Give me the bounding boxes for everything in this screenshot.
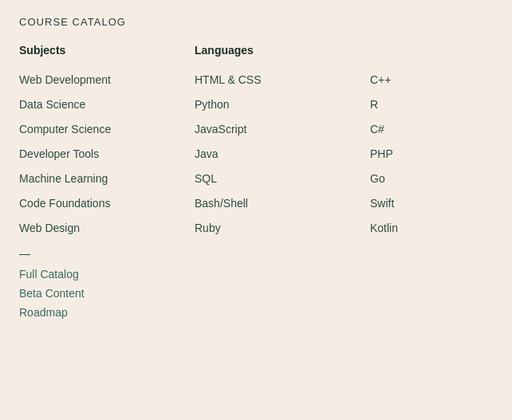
page-title: COURSE CATALOG [19, 16, 493, 28]
language-python[interactable]: Python [195, 92, 370, 117]
catalog-grid: Subjects Languages Web Development HTML … [19, 44, 493, 241]
subject-web-design[interactable]: Web Design [19, 216, 195, 241]
languages-header: Languages [195, 44, 370, 68]
language-swift[interactable]: Swift [370, 191, 466, 216]
language-go[interactable]: Go [370, 167, 466, 191]
languages2-header [370, 44, 466, 68]
language-kotlin[interactable]: Kotlin [370, 216, 466, 241]
language-html-css[interactable]: HTML & CSS [195, 68, 370, 92]
subjects-header: Subjects [19, 44, 195, 68]
language-r[interactable]: R [370, 92, 466, 117]
link-full-catalog[interactable]: Full Catalog [19, 265, 493, 284]
language-javascript[interactable]: JavaScript [195, 117, 370, 142]
subject-machine-learning[interactable]: Machine Learning [19, 167, 195, 191]
language-java[interactable]: Java [195, 142, 370, 167]
bottom-links: Full Catalog Beta Content Roadmap [19, 265, 493, 322]
language-sql[interactable]: SQL [195, 167, 370, 191]
subject-computer-science[interactable]: Computer Science [19, 117, 195, 142]
divider: — [19, 241, 493, 263]
link-beta-content[interactable]: Beta Content [19, 284, 493, 303]
link-roadmap[interactable]: Roadmap [19, 303, 493, 322]
subject-data-science[interactable]: Data Science [19, 92, 195, 117]
language-csharp[interactable]: C# [370, 117, 466, 142]
subject-developer-tools[interactable]: Developer Tools [19, 142, 195, 167]
subject-code-foundations[interactable]: Code Foundations [19, 191, 195, 216]
subject-web-development[interactable]: Web Development [19, 68, 195, 92]
language-cpp[interactable]: C++ [370, 68, 466, 92]
language-php[interactable]: PHP [370, 142, 466, 167]
language-ruby[interactable]: Ruby [195, 216, 370, 241]
language-bash[interactable]: Bash/Shell [195, 191, 370, 216]
